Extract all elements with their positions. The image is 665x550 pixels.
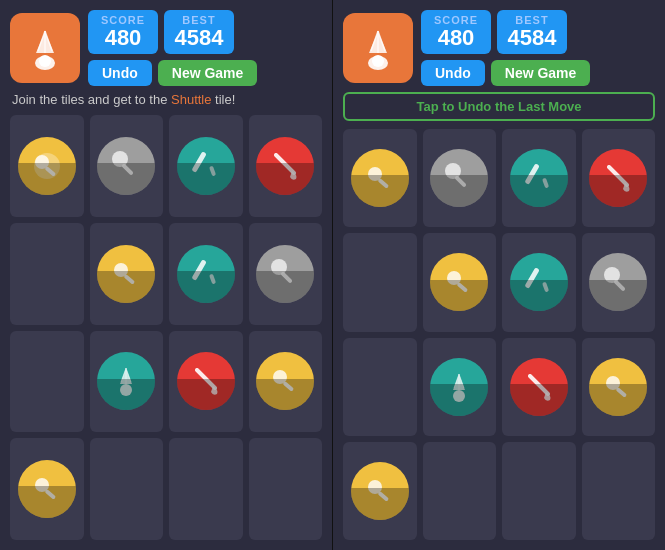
tile-tennis <box>97 137 155 195</box>
right-best-box: BEST 4584 <box>497 10 567 54</box>
r-cell-0-1 <box>423 129 497 227</box>
r-tile-ping-pong-3 <box>589 358 647 416</box>
svg-line-13 <box>276 155 294 173</box>
svg-rect-58 <box>377 491 389 502</box>
svg-rect-19 <box>280 271 293 284</box>
cell-3-2 <box>169 438 243 540</box>
r-cell-1-3 <box>582 233 656 331</box>
svg-rect-39 <box>454 175 467 188</box>
svg-rect-29 <box>44 489 56 500</box>
right-newgame-button[interactable]: New Game <box>491 60 591 86</box>
cell-3-0 <box>10 438 84 540</box>
cell-0-0 <box>10 115 84 217</box>
svg-point-5 <box>39 55 51 67</box>
tile-hockey-2 <box>177 352 235 410</box>
right-score-area: SCORE 480 BEST 4584 Undo New Game <box>421 10 655 86</box>
right-panel: SCORE 480 BEST 4584 Undo New Game Tap to… <box>333 0 665 550</box>
cell-1-1 <box>90 223 164 325</box>
svg-rect-11 <box>191 151 206 173</box>
tile-ping-pong <box>18 137 76 195</box>
cell-1-3 <box>249 223 323 325</box>
r-cell-3-2 <box>502 442 576 540</box>
svg-line-25 <box>197 370 215 388</box>
left-undo-button[interactable]: Undo <box>88 60 152 86</box>
r-cell-0-0 <box>343 129 417 227</box>
svg-rect-27 <box>283 381 295 392</box>
r-tile-cricket <box>510 149 568 207</box>
cell-2-3 <box>249 331 323 433</box>
cell-3-1 <box>90 438 164 540</box>
right-logo <box>343 13 413 83</box>
cell-0-2 <box>169 115 243 217</box>
r-tile-tennis-2 <box>589 253 647 311</box>
r-cell-2-3 <box>582 338 656 436</box>
right-score-box: SCORE 480 <box>421 10 491 54</box>
r-cell-2-0 <box>343 338 417 436</box>
svg-rect-48 <box>613 279 626 292</box>
left-best-box: BEST 4584 <box>164 10 234 54</box>
left-grid <box>10 115 322 540</box>
r-cell-1-1 <box>423 233 497 331</box>
r-cell-0-3 <box>582 129 656 227</box>
undo-tooltip[interactable]: Tap to Undo the Last Move <box>343 92 655 121</box>
r-cell-2-1 <box>423 338 497 436</box>
right-score-value: 480 <box>431 26 481 50</box>
left-logo <box>10 13 80 83</box>
right-best-value: 4584 <box>507 26 557 50</box>
cell-0-3 <box>249 115 323 217</box>
right-grid <box>343 129 655 540</box>
r-tile-ping-pong-2 <box>430 253 488 311</box>
cell-0-1 <box>90 115 164 217</box>
r-tile-hockey-2 <box>510 358 568 416</box>
r-cell-0-2 <box>502 129 576 227</box>
svg-line-54 <box>530 376 548 394</box>
tile-ping-pong-2 <box>97 245 155 303</box>
left-tagline-highlight: Shuttle <box>171 92 211 107</box>
tile-cricket <box>177 137 235 195</box>
left-newgame-button[interactable]: New Game <box>158 60 258 86</box>
svg-rect-16 <box>191 259 206 281</box>
left-score-box: SCORE 480 <box>88 10 158 54</box>
svg-rect-17 <box>209 273 216 284</box>
tile-cricket-2 <box>177 245 235 303</box>
r-tile-ping-pong-4 <box>351 462 409 520</box>
left-tagline: Join the tiles and get to the Shuttle ti… <box>10 92 322 107</box>
cell-2-0 <box>10 331 84 433</box>
r-tile-tennis <box>430 149 488 207</box>
svg-point-49 <box>453 390 465 402</box>
svg-rect-15 <box>124 274 136 285</box>
cell-1-2 <box>169 223 243 325</box>
r-cell-1-0 <box>343 233 417 331</box>
r-tile-badminton <box>430 358 488 416</box>
right-header: SCORE 480 BEST 4584 Undo New Game <box>343 10 655 86</box>
r-cell-1-2 <box>502 233 576 331</box>
svg-line-42 <box>609 167 627 185</box>
cell-3-3 <box>249 438 323 540</box>
r-cell-3-3 <box>582 442 656 540</box>
tile-ping-pong-4 <box>18 460 76 518</box>
right-undo-button[interactable]: Undo <box>421 60 485 86</box>
left-best-value: 4584 <box>174 26 224 50</box>
svg-point-20 <box>120 384 132 396</box>
left-score-area: SCORE 480 BEST 4584 Undo New Game <box>88 10 322 86</box>
cell-2-2 <box>169 331 243 433</box>
cell-1-0 <box>10 223 84 325</box>
svg-rect-45 <box>524 268 539 290</box>
svg-rect-40 <box>524 164 539 186</box>
svg-rect-37 <box>377 178 389 189</box>
left-header: SCORE 480 BEST 4584 Undo New Game <box>10 10 322 86</box>
r-tile-hockey <box>589 149 647 207</box>
tile-ping-pong-3 <box>256 352 314 410</box>
svg-rect-41 <box>542 178 549 189</box>
r-cell-3-0 <box>343 442 417 540</box>
svg-rect-56 <box>616 387 628 398</box>
r-tile-cricket-2 <box>510 253 568 311</box>
r-cell-2-2 <box>502 338 576 436</box>
r-cell-3-1 <box>423 442 497 540</box>
r-tile-ping-pong <box>351 149 409 207</box>
tile-badminton <box>97 352 155 410</box>
svg-rect-12 <box>209 166 216 177</box>
svg-rect-10 <box>121 163 134 176</box>
cell-2-1 <box>90 331 164 433</box>
left-score-value: 480 <box>98 26 148 50</box>
